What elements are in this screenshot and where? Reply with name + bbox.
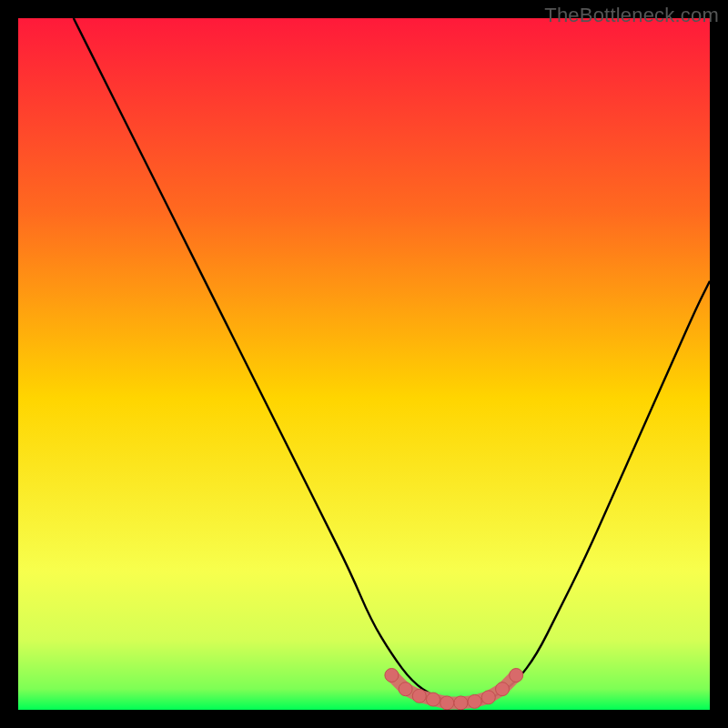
optimal-marker: [454, 696, 468, 710]
optimal-marker: [440, 696, 454, 710]
optimal-marker: [412, 689, 426, 703]
optimal-marker: [481, 691, 495, 704]
optimal-marker: [385, 669, 399, 682]
chart-frame: TheBottleneck.com: [0, 0, 728, 728]
optimal-marker: [496, 682, 510, 696]
chart-svg: [18, 18, 710, 710]
optimal-marker: [468, 694, 481, 708]
optimal-marker: [399, 682, 412, 696]
plot-area: [18, 18, 710, 710]
optimal-marker: [427, 693, 440, 706]
optimal-marker: [510, 669, 523, 682]
watermark-text: TheBottleneck.com: [544, 4, 719, 27]
